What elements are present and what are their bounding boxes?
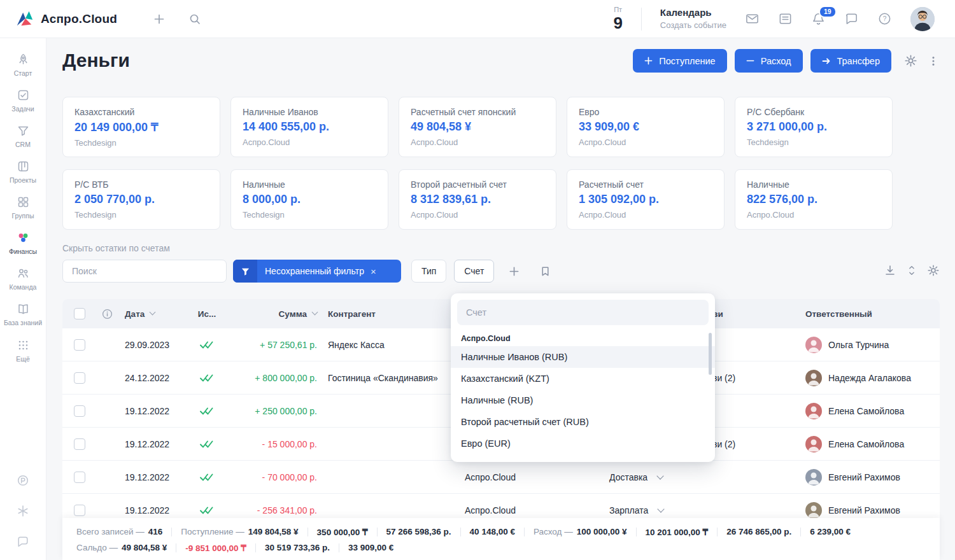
account-filter-button[interactable]: Счет	[454, 260, 494, 283]
table-row[interactable]: 19.12.2022 - 70 000,00 р. Аспро.Cloud До…	[62, 461, 940, 494]
double-check-icon	[192, 395, 222, 427]
type-filter-button[interactable]: Тип	[411, 260, 446, 283]
arrow-right-icon	[822, 57, 831, 66]
filter-bar: Несохраненный фильтр × Тип Счет	[62, 260, 940, 283]
account-card[interactable]: Наличные 822 576,00 р. Аспро.Cloud	[735, 169, 893, 230]
account-organization: Аспро.Cloud	[579, 210, 712, 220]
account-card[interactable]: Наличные Иванов 14 400 555,00 р. Аспро.C…	[230, 97, 388, 157]
integrations-icon[interactable]	[16, 504, 30, 518]
row-responsible: Елена Самойлова	[805, 395, 904, 427]
account-card[interactable]: Казахстанский 20 149 000,00 ₸ Techdesign	[62, 97, 220, 157]
account-card[interactable]: Расчетный счет 1 305 092,00 р. Аспро.Clo…	[567, 169, 725, 230]
export-download-icon[interactable]	[884, 264, 896, 277]
account-card[interactable]: Р/С ВТБ 2 050 770,00 р. Techdesign	[62, 169, 220, 230]
notes-icon[interactable]	[778, 11, 793, 26]
add-filter-icon[interactable]	[508, 265, 520, 277]
settings-gear-icon[interactable]	[904, 54, 917, 67]
row-amount: - 15 000,00 р.	[262, 428, 317, 460]
row-checkbox[interactable]	[74, 405, 85, 417]
account-card[interactable]: Расчетный счет японский 49 804,58 ¥ Аспр…	[399, 97, 556, 157]
row-checkbox[interactable]	[74, 339, 85, 351]
sidebar-item-team[interactable]: Команда	[0, 261, 46, 297]
account-card[interactable]: Евро 33 909,00 € Аспро.Cloud	[567, 97, 725, 157]
global-search-icon[interactable]	[188, 13, 201, 25]
mail-icon[interactable]	[745, 11, 760, 26]
dropdown-option[interactable]: Казахстанский (KZT)	[451, 368, 715, 389]
search-input[interactable]	[62, 260, 227, 283]
tasks-icon	[17, 88, 30, 102]
filter-chip-close-icon[interactable]: ×	[371, 266, 384, 277]
unsaved-filter-chip[interactable]: Несохраненный фильтр ×	[233, 260, 401, 283]
account-organization: Аспро.Cloud	[411, 210, 544, 220]
column-header-responsible: Ответственный	[805, 299, 872, 328]
account-card[interactable]: Р/С Сбербанк 3 271 000,00 р. Techdesign	[735, 97, 893, 157]
income-total: 57 266 598,36 р.	[386, 527, 451, 536]
account-card[interactable]: Наличные 8 000,00 р. Techdesign	[230, 169, 388, 230]
account-card[interactable]: Второй расчетный счет 8 312 839,61 р. Ас…	[399, 169, 556, 230]
sidebar-item-finance[interactable]: Финансы	[0, 225, 46, 261]
balance-total: 30 519 733,36 р.	[265, 543, 330, 552]
transfer-button[interactable]: Трансфер	[810, 49, 892, 73]
column-header-amount[interactable]: Сумма	[279, 299, 317, 328]
dropdown-option[interactable]: Наличные Иванов (RUB)	[451, 346, 715, 368]
create-plus-icon[interactable]	[153, 13, 166, 25]
row-date: 19.12.2022	[125, 428, 169, 460]
summary-line-1: Всего записей —416 Поступление —149 804,…	[76, 526, 926, 538]
expense-total: 26 746 865,00 р.	[726, 527, 791, 536]
row-checkbox[interactable]	[74, 372, 85, 384]
calendar-widget[interactable]: Календарь Создать событие	[660, 7, 726, 31]
account-balance: 14 400 555,00 р.	[243, 120, 376, 134]
sidebar-item-groups[interactable]: Группы	[0, 190, 46, 225]
dropdown-option[interactable]: Евро (EUR)	[451, 433, 715, 454]
account-organization: Аспро.Cloud	[243, 137, 376, 147]
sidebar-item-crm[interactable]: CRM	[0, 118, 46, 154]
dropdown-search-input[interactable]	[457, 300, 709, 325]
user-avatar[interactable]	[910, 7, 935, 31]
info-icon[interactable]	[102, 299, 113, 328]
collapse-rows-icon[interactable]	[906, 264, 917, 277]
sidebar-item-more[interactable]: Ещё	[0, 333, 46, 368]
app-logo[interactable]: Аспро.Cloud	[15, 10, 117, 29]
notifications-bell-icon[interactable]: 19	[811, 11, 826, 26]
row-checkbox[interactable]	[74, 472, 85, 483]
dropdown-option[interactable]: Второй расчетный счет (RUB)	[451, 411, 715, 433]
sidebar-item-tasks[interactable]: Задачи	[0, 83, 46, 118]
select-all-checkbox[interactable]	[74, 308, 85, 319]
dropdown-option[interactable]: Наличные (RUB)	[451, 389, 715, 411]
row-amount: + 250 000,00 р.	[255, 395, 317, 427]
column-header-date[interactable]: Дата	[125, 299, 155, 328]
dropdown-scrollbar[interactable]	[709, 333, 712, 375]
hide-balances-link[interactable]: Скрыть остатки по счетам	[62, 243, 170, 253]
account-organization: Аспро.Cloud	[747, 210, 881, 220]
grid-icon	[17, 195, 30, 209]
account-name: Р/С Сбербанк	[747, 107, 881, 117]
income-total: 350 000,00 ₸	[317, 527, 368, 537]
table-settings-gear-icon[interactable]	[927, 264, 940, 277]
sidebar: Старт Задачи CRM Проекты Группы Финансы …	[0, 38, 46, 560]
sidebar-item-projects[interactable]: Проекты	[0, 154, 46, 190]
support-chat-icon[interactable]	[16, 535, 30, 549]
divider	[641, 8, 642, 31]
sidebar-item-knowledge-base[interactable]: База знаний	[0, 297, 46, 332]
account-balance: 49 804,58 ¥	[411, 120, 544, 134]
expense-button[interactable]: Расход	[735, 49, 803, 73]
products-icon[interactable]	[16, 473, 30, 487]
account-balance: 822 576,00 р.	[747, 193, 881, 206]
minus-icon	[746, 57, 754, 65]
calendar-date[interactable]: Пт 9	[613, 6, 622, 31]
bookmark-icon[interactable]	[539, 265, 551, 277]
chat-icon[interactable]	[844, 11, 859, 26]
double-check-icon	[192, 461, 222, 493]
row-category[interactable]: Доставка	[609, 461, 663, 493]
account-name: Расчетный счет	[579, 179, 712, 190]
account-organization: Аспро.Cloud	[411, 137, 544, 147]
row-checkbox[interactable]	[74, 505, 85, 516]
sidebar-item-start[interactable]: Старт	[0, 47, 46, 83]
kebab-menu-icon[interactable]	[928, 55, 939, 67]
account-balance: 1 305 092,00 р.	[579, 193, 712, 206]
help-icon[interactable]: ?	[877, 11, 892, 26]
row-checkbox[interactable]	[74, 438, 85, 450]
account-organization: Techdesign	[74, 138, 208, 148]
row-account: Аспро.Cloud	[465, 461, 516, 493]
income-button[interactable]: Поступление	[633, 49, 726, 73]
